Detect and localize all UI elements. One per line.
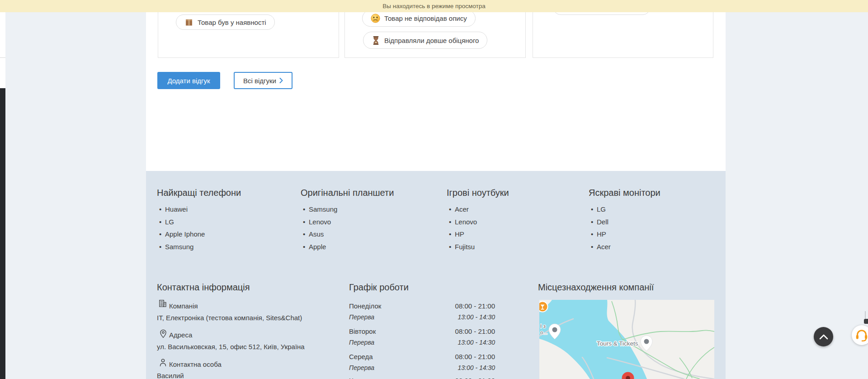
footer-link[interactable]: HP xyxy=(447,230,551,238)
left-gutter xyxy=(5,12,146,379)
company-value: IT, Електроніка (тестова компанія, Sites… xyxy=(157,314,302,322)
map-title: Місцезнаходження компанії xyxy=(538,282,654,293)
schedule-break-label: Перерва xyxy=(349,313,374,321)
footer-link[interactable]: HP xyxy=(589,230,693,238)
review-tags-card-1: Товар був у наявності xyxy=(158,12,339,58)
add-review-button[interactable]: Додати відгук xyxy=(157,72,220,89)
schedule-break-time: 13:00 - 14:30 xyxy=(441,339,495,346)
footer-link[interactable]: Apple xyxy=(301,243,405,251)
review-chip-slow-shipping[interactable]: Відправляли довше обіцяного xyxy=(363,32,487,49)
schedule-time: 08:00 - 21:00 xyxy=(441,327,495,335)
contact-person-label: Контактна особа xyxy=(169,360,222,368)
scroll-to-top-button[interactable] xyxy=(814,327,833,346)
review-chip-in-stock[interactable]: Товар був у наявності xyxy=(176,14,275,30)
company-label: Компанія xyxy=(169,302,198,310)
review-tags-card-3 xyxy=(533,12,713,58)
footer-links-laptops: Acer Lenovo HP Fujitsu xyxy=(447,205,551,255)
schedule-break-label: Перерва xyxy=(349,339,374,346)
footer-link[interactable]: Acer xyxy=(589,243,693,251)
schedule-break-time: 13:00 - 14:30 xyxy=(441,313,495,321)
footer-link[interactable]: Apple Iphone xyxy=(157,230,261,238)
preview-mode-text: Вы находитесь в режиме просмотра xyxy=(382,3,485,9)
footer-links-tablets: Samsung Lenovo Asus Apple xyxy=(301,205,405,255)
footer-link[interactable]: Samsung xyxy=(301,205,405,213)
building-icon xyxy=(158,299,167,308)
footer-link[interactable]: LG xyxy=(589,205,693,213)
review-chip-label: Товар був у наявності xyxy=(198,19,266,26)
footer-column-title: Оригінальні планшети xyxy=(301,188,394,198)
person-icon xyxy=(159,358,167,367)
chevron-right-icon xyxy=(279,78,283,83)
schedule-title: Графік роботи xyxy=(349,282,409,293)
address-label: Адреса xyxy=(169,331,192,339)
footer-link[interactable]: Acer xyxy=(447,205,551,213)
review-chip-label: Відправляли довше обіцяного xyxy=(384,37,479,44)
contact-person-value: Василий xyxy=(157,372,184,379)
all-reviews-label: Всі відгуки xyxy=(243,77,276,85)
footer-link[interactable]: Dell xyxy=(589,218,693,226)
footer-link[interactable]: Lenovo xyxy=(447,218,551,226)
footer-link[interactable]: Fujitsu xyxy=(447,243,551,251)
review-chip-not-as-described[interactable]: Товар не відповідав опису xyxy=(362,10,476,27)
footer-column-title: Найкращі телефони xyxy=(157,188,241,198)
footer-link[interactable]: Asus xyxy=(301,230,405,238)
preview-mode-banner: Вы находитесь в режиме просмотра xyxy=(0,0,868,12)
map-clipped-label: о... xyxy=(540,330,547,335)
chevron-up-icon xyxy=(819,334,829,340)
footer-link[interactable]: Lenovo xyxy=(301,218,405,226)
footer-link[interactable]: LG xyxy=(157,218,261,226)
dark-sidebar-edge xyxy=(0,88,5,379)
schedule-time: 08:00 - 21:00 xyxy=(441,302,495,310)
headset-icon xyxy=(854,328,868,342)
map-poi-label: Tours & Tickets xyxy=(597,340,638,347)
review-tags-card-2: Товар не відповідав опису Відправляли до… xyxy=(344,12,526,58)
location-pin-icon xyxy=(160,329,167,338)
schedule-day: Середа xyxy=(349,353,373,360)
hourglass-icon xyxy=(372,36,380,45)
support-chat-button[interactable] xyxy=(852,325,868,345)
contact-info-title: Контактна інформація xyxy=(157,282,250,293)
map-bar-poi-icon[interactable] xyxy=(539,302,548,312)
map-clipped-label: І з xyxy=(540,323,546,329)
footer-link[interactable]: Samsung xyxy=(157,243,261,251)
schedule-break-time: 13:00 - 14:30 xyxy=(441,364,495,371)
right-gutter xyxy=(726,12,868,379)
company-location-map[interactable]: І з о... Tours & Tickets xyxy=(539,300,714,379)
schedule-time: 08:00 - 21:00 xyxy=(441,353,495,360)
widget-edge-divider xyxy=(865,311,866,319)
left-edge-divider xyxy=(0,57,5,58)
schedule-break-label: Перерва xyxy=(349,364,374,371)
meh-face-icon xyxy=(371,14,380,23)
page: Товар був у наявності Товар не відповіда… xyxy=(0,0,868,379)
footer-column-title: Яскраві монітори xyxy=(589,188,660,198)
schedule-day: Четвер xyxy=(349,377,371,379)
footer-links-phones: Huawei LG Apple Iphone Samsung xyxy=(157,205,261,255)
site-footer: Найкращі телефони Оригінальні планшети І… xyxy=(146,171,726,379)
widget-edge-sliver xyxy=(864,319,868,324)
package-icon xyxy=(184,18,193,27)
all-reviews-button[interactable]: Всі відгуки xyxy=(234,72,292,89)
schedule-time: 08:00 - 21:00 xyxy=(441,377,495,379)
review-chip-label: Товар не відповідав опису xyxy=(384,14,467,22)
footer-link[interactable]: Huawei xyxy=(157,205,261,213)
schedule-day: Вівторок xyxy=(349,327,376,335)
footer-column-title: Ігрові ноутбуки xyxy=(447,188,509,198)
left-edge-panel xyxy=(0,12,5,88)
schedule-day: Понеділок xyxy=(349,302,381,310)
footer-links-monitors: LG Dell HP Acer xyxy=(589,205,693,255)
address-value: ул. Васильковская, 15, офис 512, Київ, У… xyxy=(157,343,305,351)
